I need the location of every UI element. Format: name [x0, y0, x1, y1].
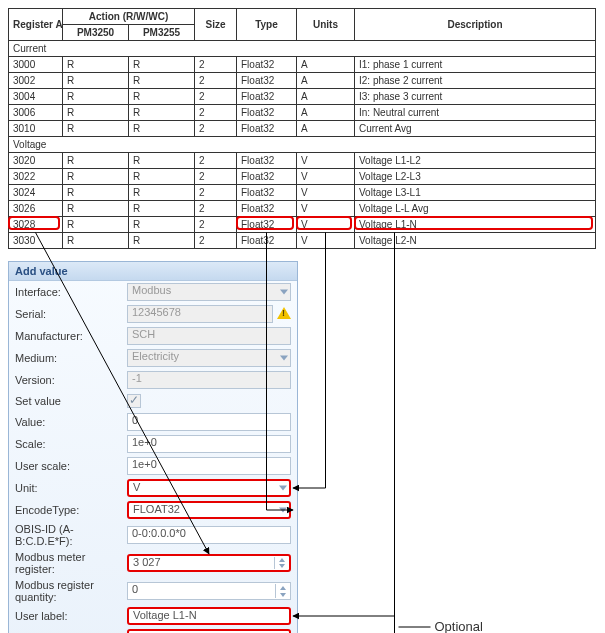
- warning-icon: [277, 307, 291, 321]
- cell-type: Float32: [237, 185, 297, 201]
- table-row: 3026RR2Float32VVoltage L-L Avg: [9, 201, 596, 217]
- col-type: Type: [237, 9, 297, 41]
- col-pm3255: PM3255: [129, 25, 195, 41]
- cell-addr: 3004: [9, 89, 63, 105]
- cell-unit: V: [297, 201, 355, 217]
- cell-size: 2: [195, 217, 237, 233]
- section-title: Voltage: [9, 137, 596, 153]
- cell-type: Float32: [237, 217, 297, 233]
- cell-size: 2: [195, 73, 237, 89]
- field-serial[interactable]: 12345678: [127, 305, 273, 323]
- chevron-down-icon: [280, 290, 288, 295]
- table-row: 3020RR2Float32VVoltage L1-L2: [9, 153, 596, 169]
- cell-a2: R: [129, 169, 195, 185]
- cell-unit: V: [297, 153, 355, 169]
- label-userlabel: User label:: [15, 610, 127, 622]
- field-description[interactable]: Voltage L1-N: [127, 629, 291, 633]
- label-quantity: Modbus register quantity:: [15, 579, 127, 603]
- cell-a1: R: [63, 105, 129, 121]
- cell-unit: V: [297, 233, 355, 249]
- field-register[interactable]: 3 027: [127, 554, 291, 572]
- label-medium: Medium:: [15, 352, 127, 364]
- field-userlabel[interactable]: Voltage L1-N: [127, 607, 291, 625]
- cell-a1: R: [63, 169, 129, 185]
- cell-a2: R: [129, 233, 195, 249]
- col-desc: Description: [355, 9, 596, 41]
- panel-title: Add value: [9, 262, 297, 281]
- cell-addr: 3022: [9, 169, 63, 185]
- section-title: Current: [9, 41, 596, 57]
- cell-a2: R: [129, 89, 195, 105]
- cell-a2: R: [129, 105, 195, 121]
- cell-a1: R: [63, 57, 129, 73]
- table-row: 3004RR2Float32AI3: phase 3 current: [9, 89, 596, 105]
- chevron-down-icon: [279, 508, 287, 513]
- field-unit[interactable]: V: [127, 479, 291, 497]
- cell-desc: I1: phase 1 current: [355, 57, 596, 73]
- cell-type: Float32: [237, 89, 297, 105]
- col-action: Action (R/W/WC): [63, 9, 195, 25]
- table-row: 3000RR2Float32AI1: phase 1 current: [9, 57, 596, 73]
- table-row: 3030RR2Float32VVoltage L2-N: [9, 233, 596, 249]
- label-interface: Interface:: [15, 286, 127, 298]
- field-version[interactable]: -1: [127, 371, 291, 389]
- cell-a2: R: [129, 201, 195, 217]
- setvalue-checkbox[interactable]: [127, 394, 141, 408]
- cell-addr: 3006: [9, 105, 63, 121]
- label-unit: Unit:: [15, 482, 127, 494]
- cell-addr: 3020: [9, 153, 63, 169]
- cell-addr: 3002: [9, 73, 63, 89]
- cell-unit: A: [297, 121, 355, 137]
- cell-size: 2: [195, 121, 237, 137]
- field-manufacturer[interactable]: SCH: [127, 327, 291, 345]
- cell-addr: 3030: [9, 233, 63, 249]
- cell-a1: R: [63, 121, 129, 137]
- cell-type: Float32: [237, 57, 297, 73]
- cell-a2: R: [129, 73, 195, 89]
- label-scale: Scale:: [15, 438, 127, 450]
- cell-type: Float32: [237, 105, 297, 121]
- cell-type: Float32: [237, 201, 297, 217]
- label-manufacturer: Manufacturer:: [15, 330, 127, 342]
- cell-a1: R: [63, 201, 129, 217]
- label-value: Value:: [15, 416, 127, 428]
- optional-label: Optional: [435, 619, 483, 633]
- cell-desc: Voltage L1-N: [355, 217, 596, 233]
- cell-size: 2: [195, 169, 237, 185]
- field-interface[interactable]: Modbus: [127, 283, 291, 301]
- cell-a1: R: [63, 185, 129, 201]
- spin-up-icon[interactable]: [275, 584, 289, 591]
- table-row: 3002RR2Float32AI2: phase 2 current: [9, 73, 596, 89]
- cell-a2: R: [129, 185, 195, 201]
- field-value[interactable]: 0: [127, 413, 291, 431]
- spin-down-icon[interactable]: [274, 563, 288, 569]
- cell-desc: I3: phase 3 current: [355, 89, 596, 105]
- cell-a2: R: [129, 217, 195, 233]
- cell-unit: V: [297, 217, 355, 233]
- field-scale[interactable]: 1e+0: [127, 435, 291, 453]
- cell-desc: Voltage L1-L2: [355, 153, 596, 169]
- cell-a2: R: [129, 121, 195, 137]
- field-encodetype[interactable]: FLOAT32: [127, 501, 291, 519]
- table-row: 3028RR2Float32VVoltage L1-N: [9, 217, 596, 233]
- cell-a2: R: [129, 153, 195, 169]
- cell-size: 2: [195, 105, 237, 121]
- label-serial: Serial:: [15, 308, 127, 320]
- cell-a1: R: [63, 233, 129, 249]
- cell-unit: V: [297, 169, 355, 185]
- cell-unit: A: [297, 73, 355, 89]
- field-medium[interactable]: Electricity: [127, 349, 291, 367]
- cell-a1: R: [63, 73, 129, 89]
- cell-type: Float32: [237, 233, 297, 249]
- cell-type: Float32: [237, 73, 297, 89]
- field-quantity[interactable]: 0: [127, 582, 291, 600]
- field-userscale[interactable]: 1e+0: [127, 457, 291, 475]
- field-obis[interactable]: 0-0:0.0.0*0: [127, 526, 291, 544]
- col-size: Size: [195, 9, 237, 41]
- cell-addr: 3024: [9, 185, 63, 201]
- register-table: Register Address Action (R/W/WC) Size Ty…: [8, 8, 596, 249]
- spin-down-icon[interactable]: [275, 591, 289, 598]
- cell-size: 2: [195, 233, 237, 249]
- cell-type: Float32: [237, 153, 297, 169]
- cell-a1: R: [63, 217, 129, 233]
